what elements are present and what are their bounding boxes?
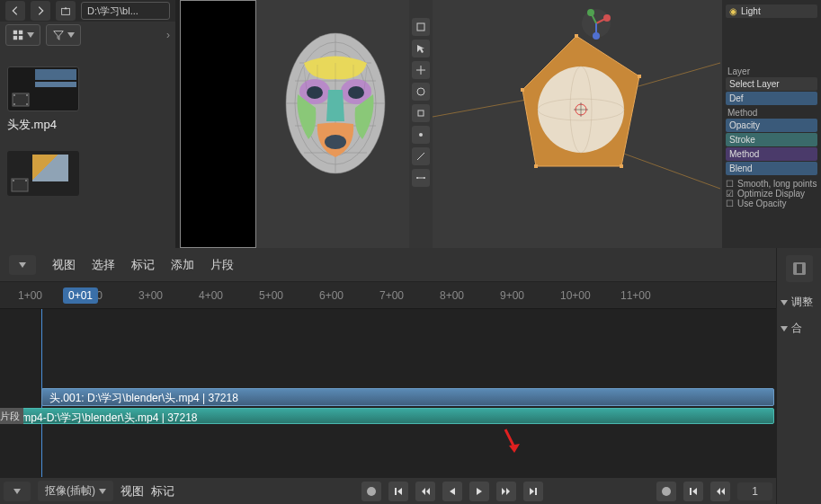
funnel-icon xyxy=(52,29,65,41)
viewport-right[interactable] xyxy=(433,0,722,248)
svg-rect-12 xyxy=(25,180,27,181)
svg-point-23 xyxy=(417,88,424,95)
timeline-ruler[interactable]: 0+01 1+00 2+00 3+00 4+00 5+00 6+00 7+00 … xyxy=(0,282,776,309)
record-button[interactable] xyxy=(361,482,381,501)
menu-view[interactable]: 视图 xyxy=(52,257,76,273)
ruler-tick: 4+00 xyxy=(199,289,259,302)
svg-rect-6 xyxy=(13,94,15,96)
chevron-down-icon xyxy=(13,489,21,494)
prop-row[interactable]: Select Layer xyxy=(726,77,817,91)
svg-point-21 xyxy=(325,135,346,149)
current-frame-badge[interactable]: 0+01 xyxy=(63,287,98,304)
nav-gizmo[interactable] xyxy=(578,5,614,41)
file-thumb[interactable] xyxy=(7,151,79,196)
tool-move[interactable] xyxy=(412,61,430,79)
timeline-header: 视图 选择 标记 添加 片段 xyxy=(0,248,776,282)
checkbox[interactable]: ☐ xyxy=(726,199,734,208)
ruler-tick: 6+00 xyxy=(319,289,379,302)
timeline-tracks[interactable]: 头.001: D:\学习\blender\头.mp4 | 37218 片段 头.… xyxy=(0,309,776,477)
timeline-side-panel: 调整 合 xyxy=(776,248,821,504)
checkbox[interactable]: ☐ xyxy=(726,179,734,189)
jump-end-button[interactable] xyxy=(523,482,543,501)
prop-row[interactable]: Method xyxy=(726,147,817,161)
svg-rect-8 xyxy=(26,94,28,96)
svg-rect-4 xyxy=(19,36,22,40)
viewport-left[interactable] xyxy=(256,0,409,248)
tool-scale[interactable] xyxy=(412,104,430,122)
menu-marker[interactable]: 标记 xyxy=(131,257,155,273)
menu-select[interactable]: 选择 xyxy=(92,257,115,273)
tool-transform[interactable] xyxy=(412,126,430,144)
svg-line-28 xyxy=(433,99,531,117)
side-section[interactable]: 调整 xyxy=(777,289,821,315)
menu-marker[interactable]: 标记 xyxy=(151,483,174,500)
prop-row[interactable]: Blend xyxy=(726,162,817,175)
chevron-down-icon xyxy=(67,32,75,38)
keyframe-prev-button[interactable] xyxy=(415,482,435,501)
play-button[interactable] xyxy=(469,482,489,501)
video-strip[interactable]: 头.mp4-D:\学习\blender\头.mp4 | 37218 xyxy=(0,408,774,424)
mode-dropdown[interactable]: 抠像(插帧) xyxy=(38,481,113,501)
frame-number[interactable]: 1 xyxy=(737,482,772,500)
svg-rect-1 xyxy=(13,31,17,34)
forward-button[interactable] xyxy=(31,1,50,21)
preview-panel xyxy=(180,0,256,248)
ruler-tick: 7+00 xyxy=(379,289,440,302)
file-thumb[interactable] xyxy=(7,66,79,111)
up-folder-button[interactable] xyxy=(56,1,76,21)
chevron-down-icon xyxy=(781,300,788,305)
video-file-icon xyxy=(12,93,30,107)
jump-start-button[interactable] xyxy=(388,482,408,501)
ruler-tick: 9+00 xyxy=(500,289,560,302)
prop-row[interactable]: Stroke xyxy=(726,133,817,146)
jump-start-button-2[interactable] xyxy=(683,482,703,501)
prop-row[interactable]: ◉Light xyxy=(726,4,817,18)
record-button-2[interactable] xyxy=(656,482,676,501)
svg-rect-24 xyxy=(418,111,424,116)
file-name[interactable]: 头发.mp4 xyxy=(7,117,168,133)
svg-rect-54 xyxy=(690,488,692,495)
menu-add[interactable]: 添加 xyxy=(171,257,194,273)
side-section[interactable]: 合 xyxy=(777,315,821,341)
video-file-icon xyxy=(11,178,29,192)
section-label: Method xyxy=(727,108,817,118)
svg-point-47 xyxy=(587,9,594,16)
svg-rect-3 xyxy=(13,36,17,40)
ruler-tick: 5+00 xyxy=(259,289,319,302)
svg-rect-56 xyxy=(794,263,797,274)
side-tool-button[interactable] xyxy=(786,255,813,282)
menu-view[interactable]: 视图 xyxy=(120,483,144,500)
svg-point-48 xyxy=(593,32,600,40)
play-reverse-button[interactable] xyxy=(442,482,462,501)
ruler-tick: 10+00 xyxy=(560,289,620,302)
editor-type-dropdown[interactable] xyxy=(9,255,36,275)
svg-rect-52 xyxy=(535,488,537,495)
svg-rect-39 xyxy=(620,164,623,168)
svg-point-19 xyxy=(307,86,323,99)
prop-row[interactable]: Def xyxy=(726,92,817,105)
chevron-down-icon xyxy=(19,262,26,268)
filter-button[interactable] xyxy=(46,24,81,46)
tool-annotate[interactable] xyxy=(412,147,430,165)
keyframe-prev-button-2[interactable] xyxy=(710,482,730,501)
prop-row[interactable]: Opacity xyxy=(726,119,817,132)
chevron-down-icon xyxy=(27,32,34,38)
timeline-footer: 抠像(插帧) 视图 标记 1 xyxy=(0,477,776,504)
keyframe-next-button[interactable] xyxy=(496,482,516,501)
expand-button[interactable]: › xyxy=(166,29,170,41)
tool-measure[interactable] xyxy=(412,169,430,187)
tool-cursor[interactable] xyxy=(412,40,430,57)
path-input[interactable]: D:\学习\bl... xyxy=(81,2,170,20)
video-strip[interactable]: 头.001: D:\学习\blender\头.mp4 | 37218 xyxy=(41,388,774,406)
face-mesh-preview xyxy=(272,27,398,207)
tool-rotate[interactable] xyxy=(412,83,430,101)
ruler-tick: 8+00 xyxy=(440,289,500,302)
back-button[interactable] xyxy=(5,1,25,21)
tool-select[interactable] xyxy=(412,18,430,36)
svg-rect-51 xyxy=(395,488,397,495)
editor-type-dropdown[interactable] xyxy=(4,482,31,501)
checkbox[interactable]: ☑ xyxy=(726,189,734,199)
view-mode-button[interactable] xyxy=(5,24,40,46)
svg-rect-0 xyxy=(62,8,70,14)
menu-strip[interactable]: 片段 xyxy=(210,257,234,273)
